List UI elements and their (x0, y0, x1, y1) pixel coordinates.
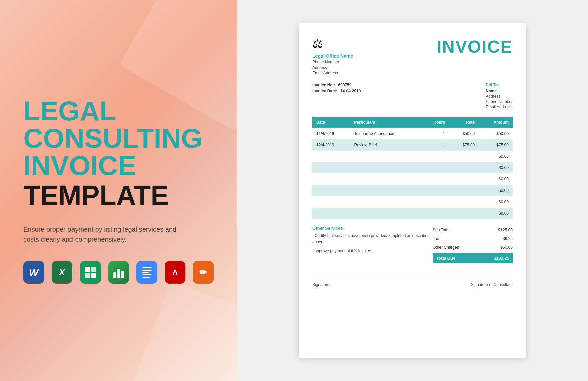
numbers-icon[interactable] (108, 261, 129, 284)
table-row: $0.00 (312, 208, 513, 219)
cell-rate: $75.00 (449, 139, 479, 151)
main-title: LEGAL CONSULTING INVOICE TEMPLATE (23, 97, 214, 224)
col-rate: Rate (449, 117, 479, 128)
total-due-row: Total Due $181.25 (433, 253, 513, 263)
total-due-value: $181.25 (494, 256, 509, 261)
subtotal-label: Sub Total (433, 228, 456, 232)
cell-rate (449, 196, 479, 208)
signature-section: Signature Signature of Consultant (312, 277, 513, 287)
scales-icon: ⚖ (312, 37, 353, 51)
company-phone: Phone Number (312, 60, 353, 65)
invoice-info: Invoice No.: 698759 Invoice Date: 14-04-… (312, 83, 513, 110)
cell-rate (449, 162, 479, 173)
gsheets-icon[interactable] (80, 261, 101, 284)
cell-particulars: Review Brief (350, 139, 421, 151)
other-services-text: I Certify that services have been provid… (312, 233, 433, 245)
word-icon[interactable]: W (23, 261, 44, 284)
cell-date (312, 185, 350, 196)
total-due-label: Total Due (436, 256, 455, 261)
bill-to-email: Email Address (486, 105, 513, 109)
cell-rate: $50.00 (449, 128, 479, 139)
cell-date (312, 208, 350, 219)
title-legal: LEGAL (23, 96, 116, 126)
invoice-numbers: Invoice No.: 698759 Invoice Date: 14-04-… (312, 83, 361, 110)
bill-to-label: Bill To: (486, 83, 513, 87)
subtotal-row: Sub Total $125.00 (433, 226, 513, 234)
bill-to-address: Address (486, 94, 513, 99)
cell-rate (449, 151, 479, 162)
cell-particulars (350, 196, 421, 208)
cell-hours: 1 (420, 128, 449, 139)
company-address: Address (312, 65, 353, 70)
cell-amount: $50.00 (479, 128, 513, 139)
signature-right: Signature of Consultant (471, 282, 513, 287)
table-row: $0.00 (312, 162, 513, 173)
acrobat-icon[interactable]: A (165, 261, 186, 284)
totals-section: Sub Total $125.00 Tax $6.25 Other Charge… (433, 226, 513, 263)
title-consulting: CONSULTING (23, 123, 202, 153)
cell-rate (449, 208, 479, 219)
excel-icon[interactable]: X (52, 261, 73, 284)
invoice-date-label: Invoice Date: (312, 89, 337, 93)
table-header-row: Date Particulars Hours Rate Amount (312, 117, 513, 128)
cell-particulars (350, 185, 421, 196)
app-icons-row: W X (23, 261, 214, 284)
cell-particulars: Telephone Attendance (350, 128, 421, 139)
cell-amount: $0.00 (479, 173, 513, 185)
description-text: Ensure proper payment by listing legal s… (23, 224, 177, 244)
invoice-date-value: 14-04-2019 (340, 89, 361, 93)
cell-date: 12/4/2019 (312, 139, 350, 151)
other-charges-label: Other Charges (433, 245, 466, 250)
tax-label: Tax (433, 236, 446, 241)
cell-particulars (350, 173, 421, 185)
gdocs-icon[interactable] (136, 261, 157, 284)
company-name: Legal Office Name (312, 53, 353, 59)
cell-particulars (350, 162, 421, 173)
cell-hours: 1 (420, 139, 449, 151)
cell-amount: $0.00 (479, 185, 513, 196)
cell-hours (420, 151, 449, 162)
cell-rate (449, 185, 479, 196)
approve-text: I approve payment of this invoice. (312, 249, 433, 253)
cell-particulars (350, 151, 421, 162)
cell-date (312, 151, 350, 162)
cell-amount: $0.00 (479, 162, 513, 173)
cell-hours (420, 196, 449, 208)
cell-amount: $75.00 (479, 139, 513, 151)
cell-hours (420, 173, 449, 185)
cell-date (312, 173, 350, 185)
bill-to-name: Name (486, 89, 513, 93)
other-services: Other Services I Certify that services h… (312, 226, 433, 263)
col-amount: Amount (479, 117, 513, 128)
invoice-bottom: Other Services I Certify that services h… (312, 226, 513, 263)
tax-row: Tax $6.25 (433, 234, 513, 243)
bill-to-phone: Phone Number (486, 99, 513, 104)
cell-amount: $0.00 (479, 208, 513, 219)
tax-value: $6.25 (503, 236, 513, 241)
invoice-no-row: Invoice No.: 698759 (312, 83, 361, 87)
col-hours: Hours (420, 117, 449, 128)
bill-to-section: Bill To: Name Address Phone Number Email… (486, 83, 513, 110)
table-row: $0.00 (312, 196, 513, 208)
right-panel: ⚖ Legal Office Name Phone Number Address… (237, 0, 588, 381)
table-row: 12/4/2019 Review Brief 1 $75.00 $75.00 (312, 139, 513, 151)
cell-hours (420, 208, 449, 219)
company-section: ⚖ Legal Office Name Phone Number Address… (312, 37, 353, 76)
invoice-header: ⚖ Legal Office Name Phone Number Address… (312, 37, 513, 76)
cell-amount: $0.00 (479, 196, 513, 208)
invoice-date-row: Invoice Date: 14-04-2019 (312, 89, 361, 93)
cell-hours (420, 162, 449, 173)
other-services-label: Other Services (312, 226, 433, 231)
invoice-table: Date Particulars Hours Rate Amount 11/4/… (312, 117, 513, 219)
title-template: TEMPLATE (23, 179, 214, 211)
pages-icon[interactable]: ✏ (193, 261, 214, 284)
col-date: Date (312, 117, 350, 128)
table-row: 11/4/2019 Telephone Attendance 1 $50.00 … (312, 128, 513, 139)
cell-particulars (350, 208, 421, 219)
invoice-paper: ⚖ Legal Office Name Phone Number Address… (299, 23, 526, 358)
table-row: $0.00 (312, 151, 513, 162)
subtotal-value: $125.00 (498, 228, 513, 232)
cell-hours (420, 185, 449, 196)
table-row: $0.00 (312, 185, 513, 196)
invoice-no-value: 698759 (338, 83, 351, 87)
